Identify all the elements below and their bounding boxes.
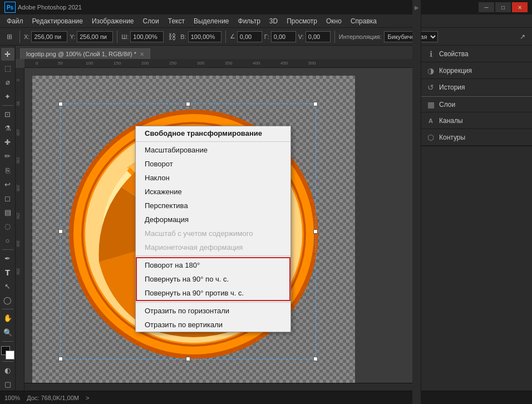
skew-label: Г: bbox=[264, 33, 269, 40]
tool-eyedropper[interactable]: ⚗ bbox=[1, 122, 14, 135]
menu-3d[interactable]: 3D bbox=[265, 16, 282, 27]
v-input[interactable]: 0,00 bbox=[306, 31, 331, 42]
layers-label: Слои bbox=[439, 101, 455, 109]
tool-gradient[interactable]: ▤ bbox=[1, 206, 14, 219]
menu-edit[interactable]: Редактирование bbox=[28, 16, 87, 27]
handle-tr[interactable] bbox=[313, 102, 318, 106]
panel-layers[interactable]: ▦ Слои bbox=[421, 96, 532, 112]
tool-colors[interactable] bbox=[1, 346, 14, 359]
ctx-content-scale: Масштаб с учетом содержимого bbox=[136, 226, 290, 240]
menu-help[interactable]: Справка bbox=[346, 16, 381, 27]
ctx-rotate[interactable]: Поворот bbox=[136, 157, 290, 171]
w-input[interactable]: 100,00% bbox=[130, 31, 164, 42]
tool-crop[interactable]: ⊡ bbox=[1, 108, 14, 121]
tool-hand[interactable]: ✋ bbox=[1, 312, 14, 324]
menu-file[interactable]: Файл bbox=[2, 16, 28, 27]
angle-input[interactable]: 0,00 bbox=[237, 31, 262, 42]
ruler-mark: 100 bbox=[86, 61, 93, 66]
ctx-free-transform[interactable]: Свободное трансформирование bbox=[136, 126, 290, 140]
status-arrow[interactable]: > bbox=[86, 395, 89, 401]
ctx-skew[interactable]: Наклон bbox=[136, 171, 290, 185]
tool-pen[interactable]: ✒ bbox=[1, 252, 14, 265]
panel-properties[interactable]: ℹ Свойства bbox=[421, 46, 532, 62]
panel-collapse-arrow[interactable]: ▶ bbox=[412, 0, 421, 404]
menu-image[interactable]: Изображение bbox=[87, 16, 139, 27]
h-group: В: 100,00% bbox=[180, 31, 221, 42]
angle-label: ∠ bbox=[230, 33, 235, 40]
interp-select[interactable]: Бикубическая bbox=[384, 31, 438, 42]
tool-magic-wand[interactable]: ✦ bbox=[1, 90, 14, 103]
menu-text[interactable]: Текст bbox=[164, 16, 189, 27]
menu-view[interactable]: Просмотр bbox=[282, 16, 322, 27]
h-input[interactable]: 100,00% bbox=[188, 31, 221, 42]
doc-tab-title: logotip.png @ 100% (Слой 1, RGB/8#) * bbox=[26, 51, 136, 57]
ctx-flip-h[interactable]: Отразить по горизонтали bbox=[136, 304, 290, 318]
angle-group: ∠ 0,00 bbox=[230, 31, 262, 42]
tool-heal[interactable]: ✚ bbox=[1, 136, 14, 149]
tool-sep2 bbox=[2, 249, 13, 250]
channels-icon: A bbox=[426, 117, 436, 124]
tool-dodge[interactable]: ○ bbox=[1, 234, 14, 247]
tool-move[interactable]: ✛ bbox=[1, 48, 14, 61]
x-input[interactable]: 256,00 пи bbox=[31, 31, 67, 42]
tool-history-brush[interactable]: ↩ bbox=[1, 178, 14, 191]
tool-marquee-rect[interactable]: ⬚ bbox=[1, 62, 14, 75]
minimize-button[interactable]: ─ bbox=[479, 2, 494, 12]
close-button[interactable]: ✕ bbox=[512, 2, 528, 12]
ruler-mark: 350 bbox=[225, 61, 232, 66]
titlebar-controls[interactable]: ─ □ ✕ bbox=[479, 2, 528, 12]
tool-eraser[interactable]: ◻ bbox=[1, 192, 14, 205]
handle-ml[interactable] bbox=[58, 229, 63, 234]
ctx-distort[interactable]: Искажение bbox=[136, 185, 290, 199]
menu-select[interactable]: Выделение bbox=[189, 16, 234, 27]
menu-window[interactable]: Окно bbox=[322, 16, 346, 27]
tool-lasso[interactable]: ⌀ bbox=[1, 76, 14, 88]
tool-shape[interactable]: ◯ bbox=[1, 294, 14, 307]
panel-history[interactable]: ↺ История bbox=[421, 79, 532, 96]
ctx-warp[interactable]: Деформация bbox=[136, 213, 290, 226]
panel-correction[interactable]: ◑ Коррекция bbox=[421, 62, 532, 79]
y-label: Y: bbox=[70, 33, 75, 40]
menu-layers[interactable]: Слои bbox=[139, 16, 164, 27]
ruler-mark: 300 bbox=[197, 61, 204, 66]
link-icon[interactable]: ⛓ bbox=[166, 31, 178, 43]
tool-sep5 bbox=[2, 361, 13, 362]
tool-clone[interactable]: ⎘ bbox=[1, 164, 14, 176]
panel-channels[interactable]: A Каналы bbox=[421, 112, 532, 129]
ctx-rotate-90ccw[interactable]: Повернуть на 90° против ч. с. bbox=[137, 286, 289, 300]
tool-text[interactable]: T bbox=[1, 266, 14, 279]
ctx-rotate-180[interactable]: Поворот на 180° bbox=[137, 258, 289, 272]
maximize-button[interactable]: □ bbox=[495, 2, 511, 12]
tool-quick-mask[interactable]: ◐ bbox=[1, 364, 14, 377]
background-color[interactable] bbox=[6, 351, 14, 359]
tool-sep4 bbox=[2, 341, 13, 342]
ctx-sep3 bbox=[136, 302, 290, 303]
y-input[interactable]: 256,00 пи bbox=[77, 31, 113, 42]
handle-tl[interactable] bbox=[58, 102, 63, 106]
y-group: Y: 256,00 пи bbox=[70, 31, 113, 42]
tool-zoom[interactable]: 🔍 bbox=[1, 326, 14, 338]
panel-paths[interactable]: ⬡ Контуры bbox=[421, 129, 532, 146]
ctx-scale[interactable]: Масштабирование bbox=[136, 143, 290, 157]
tool-blur[interactable]: ◌ bbox=[1, 220, 14, 233]
ctx-rotate-90cw[interactable]: Повернуть на 90° по ч. с. bbox=[137, 272, 289, 286]
handle-bl[interactable] bbox=[58, 357, 63, 361]
doc-tab[interactable]: logotip.png @ 100% (Слой 1, RGB/8#) * ✕ bbox=[20, 48, 150, 59]
ruler-mark-v: 300 bbox=[16, 240, 20, 247]
menu-filter[interactable]: Фильтр bbox=[234, 16, 265, 27]
scroll-bottom[interactable] bbox=[24, 383, 413, 391]
w-group: Ш: 100,00% bbox=[121, 31, 164, 42]
skew-input[interactable]: 0,00 bbox=[271, 31, 296, 42]
commit-icon[interactable]: ↗ bbox=[516, 31, 529, 43]
ctx-flip-v[interactable]: Отразить по вертикали bbox=[136, 318, 290, 332]
ctx-sep1 bbox=[136, 141, 290, 142]
ctx-perspective[interactable]: Перспектива bbox=[136, 199, 290, 213]
doc-tab-close[interactable]: ✕ bbox=[140, 51, 144, 57]
canvas-wrapper[interactable]: 0 50 100 150 200 250 300 350 400 450 500… bbox=[16, 59, 421, 391]
tool-screen-mode[interactable]: ▢ bbox=[1, 378, 14, 391]
handle-tm[interactable] bbox=[186, 102, 190, 106]
tool-brush[interactable]: ✏ bbox=[1, 150, 14, 162]
ruler-mark-v: 100 bbox=[16, 129, 20, 136]
tool-path-select[interactable]: ↖ bbox=[1, 280, 14, 293]
ruler-mark: 200 bbox=[141, 61, 149, 66]
